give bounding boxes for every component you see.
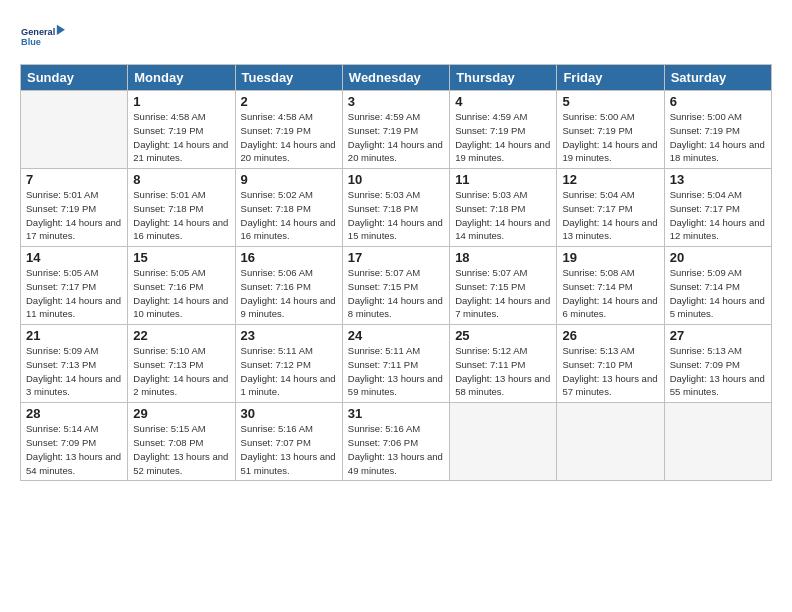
calendar-day-cell: 20Sunrise: 5:09 AMSunset: 7:14 PMDayligh… xyxy=(664,247,771,325)
day-number: 20 xyxy=(670,250,766,265)
dow-header: Monday xyxy=(128,65,235,91)
calendar-day-cell: 13Sunrise: 5:04 AMSunset: 7:17 PMDayligh… xyxy=(664,169,771,247)
day-info: Sunrise: 5:09 AMSunset: 7:13 PMDaylight:… xyxy=(26,344,122,399)
calendar-day-cell: 24Sunrise: 5:11 AMSunset: 7:11 PMDayligh… xyxy=(342,325,449,403)
day-of-week-row: SundayMondayTuesdayWednesdayThursdayFrid… xyxy=(21,65,772,91)
calendar-table: SundayMondayTuesdayWednesdayThursdayFrid… xyxy=(20,64,772,481)
calendar-day-cell: 22Sunrise: 5:10 AMSunset: 7:13 PMDayligh… xyxy=(128,325,235,403)
calendar-day-cell xyxy=(450,403,557,481)
day-number: 23 xyxy=(241,328,337,343)
calendar-day-cell: 26Sunrise: 5:13 AMSunset: 7:10 PMDayligh… xyxy=(557,325,664,403)
day-info: Sunrise: 5:11 AMSunset: 7:11 PMDaylight:… xyxy=(348,344,444,399)
calendar-day-cell: 9Sunrise: 5:02 AMSunset: 7:18 PMDaylight… xyxy=(235,169,342,247)
calendar-day-cell: 29Sunrise: 5:15 AMSunset: 7:08 PMDayligh… xyxy=(128,403,235,481)
generalblue-logo-icon: General Blue xyxy=(20,18,66,54)
calendar-day-cell: 2Sunrise: 4:58 AMSunset: 7:19 PMDaylight… xyxy=(235,91,342,169)
calendar-day-cell: 3Sunrise: 4:59 AMSunset: 7:19 PMDaylight… xyxy=(342,91,449,169)
calendar-day-cell xyxy=(21,91,128,169)
day-number: 8 xyxy=(133,172,229,187)
calendar-day-cell: 8Sunrise: 5:01 AMSunset: 7:18 PMDaylight… xyxy=(128,169,235,247)
day-number: 13 xyxy=(670,172,766,187)
day-number: 28 xyxy=(26,406,122,421)
day-number: 6 xyxy=(670,94,766,109)
calendar-day-cell: 1Sunrise: 4:58 AMSunset: 7:19 PMDaylight… xyxy=(128,91,235,169)
svg-marker-2 xyxy=(57,25,65,35)
day-info: Sunrise: 5:01 AMSunset: 7:18 PMDaylight:… xyxy=(133,188,229,243)
day-info: Sunrise: 5:04 AMSunset: 7:17 PMDaylight:… xyxy=(670,188,766,243)
day-info: Sunrise: 5:11 AMSunset: 7:12 PMDaylight:… xyxy=(241,344,337,399)
day-number: 10 xyxy=(348,172,444,187)
dow-header: Thursday xyxy=(450,65,557,91)
day-info: Sunrise: 5:14 AMSunset: 7:09 PMDaylight:… xyxy=(26,422,122,477)
calendar-day-cell: 19Sunrise: 5:08 AMSunset: 7:14 PMDayligh… xyxy=(557,247,664,325)
day-info: Sunrise: 4:58 AMSunset: 7:19 PMDaylight:… xyxy=(241,110,337,165)
day-number: 16 xyxy=(241,250,337,265)
day-info: Sunrise: 5:03 AMSunset: 7:18 PMDaylight:… xyxy=(348,188,444,243)
day-number: 31 xyxy=(348,406,444,421)
day-number: 21 xyxy=(26,328,122,343)
dow-header: Tuesday xyxy=(235,65,342,91)
day-info: Sunrise: 5:15 AMSunset: 7:08 PMDaylight:… xyxy=(133,422,229,477)
calendar-day-cell: 21Sunrise: 5:09 AMSunset: 7:13 PMDayligh… xyxy=(21,325,128,403)
calendar-day-cell: 16Sunrise: 5:06 AMSunset: 7:16 PMDayligh… xyxy=(235,247,342,325)
day-info: Sunrise: 4:59 AMSunset: 7:19 PMDaylight:… xyxy=(455,110,551,165)
day-info: Sunrise: 5:09 AMSunset: 7:14 PMDaylight:… xyxy=(670,266,766,321)
calendar-day-cell: 25Sunrise: 5:12 AMSunset: 7:11 PMDayligh… xyxy=(450,325,557,403)
calendar-week-row: 1Sunrise: 4:58 AMSunset: 7:19 PMDaylight… xyxy=(21,91,772,169)
day-info: Sunrise: 5:07 AMSunset: 7:15 PMDaylight:… xyxy=(455,266,551,321)
day-info: Sunrise: 5:00 AMSunset: 7:19 PMDaylight:… xyxy=(670,110,766,165)
calendar-week-row: 28Sunrise: 5:14 AMSunset: 7:09 PMDayligh… xyxy=(21,403,772,481)
day-number: 30 xyxy=(241,406,337,421)
day-info: Sunrise: 4:59 AMSunset: 7:19 PMDaylight:… xyxy=(348,110,444,165)
day-number: 3 xyxy=(348,94,444,109)
day-info: Sunrise: 4:58 AMSunset: 7:19 PMDaylight:… xyxy=(133,110,229,165)
calendar-week-row: 7Sunrise: 5:01 AMSunset: 7:19 PMDaylight… xyxy=(21,169,772,247)
calendar-week-row: 21Sunrise: 5:09 AMSunset: 7:13 PMDayligh… xyxy=(21,325,772,403)
day-info: Sunrise: 5:16 AMSunset: 7:06 PMDaylight:… xyxy=(348,422,444,477)
day-info: Sunrise: 5:01 AMSunset: 7:19 PMDaylight:… xyxy=(26,188,122,243)
day-number: 24 xyxy=(348,328,444,343)
svg-text:General: General xyxy=(21,27,55,37)
day-number: 14 xyxy=(26,250,122,265)
day-number: 19 xyxy=(562,250,658,265)
day-info: Sunrise: 5:06 AMSunset: 7:16 PMDaylight:… xyxy=(241,266,337,321)
day-number: 18 xyxy=(455,250,551,265)
dow-header: Wednesday xyxy=(342,65,449,91)
calendar-day-cell xyxy=(664,403,771,481)
calendar-day-cell: 27Sunrise: 5:13 AMSunset: 7:09 PMDayligh… xyxy=(664,325,771,403)
calendar-day-cell: 10Sunrise: 5:03 AMSunset: 7:18 PMDayligh… xyxy=(342,169,449,247)
day-number: 22 xyxy=(133,328,229,343)
dow-header: Saturday xyxy=(664,65,771,91)
page: General Blue SundayMondayTuesdayWednesda… xyxy=(0,0,792,612)
day-info: Sunrise: 5:08 AMSunset: 7:14 PMDaylight:… xyxy=(562,266,658,321)
day-number: 15 xyxy=(133,250,229,265)
day-info: Sunrise: 5:02 AMSunset: 7:18 PMDaylight:… xyxy=(241,188,337,243)
day-number: 7 xyxy=(26,172,122,187)
calendar-day-cell: 28Sunrise: 5:14 AMSunset: 7:09 PMDayligh… xyxy=(21,403,128,481)
calendar-day-cell: 23Sunrise: 5:11 AMSunset: 7:12 PMDayligh… xyxy=(235,325,342,403)
calendar-day-cell xyxy=(557,403,664,481)
calendar-day-cell: 30Sunrise: 5:16 AMSunset: 7:07 PMDayligh… xyxy=(235,403,342,481)
day-info: Sunrise: 5:03 AMSunset: 7:18 PMDaylight:… xyxy=(455,188,551,243)
svg-text:Blue: Blue xyxy=(21,37,41,47)
day-info: Sunrise: 5:05 AMSunset: 7:16 PMDaylight:… xyxy=(133,266,229,321)
day-info: Sunrise: 5:00 AMSunset: 7:19 PMDaylight:… xyxy=(562,110,658,165)
day-number: 25 xyxy=(455,328,551,343)
calendar-day-cell: 5Sunrise: 5:00 AMSunset: 7:19 PMDaylight… xyxy=(557,91,664,169)
calendar-day-cell: 15Sunrise: 5:05 AMSunset: 7:16 PMDayligh… xyxy=(128,247,235,325)
dow-header: Sunday xyxy=(21,65,128,91)
day-number: 2 xyxy=(241,94,337,109)
day-number: 27 xyxy=(670,328,766,343)
calendar-day-cell: 12Sunrise: 5:04 AMSunset: 7:17 PMDayligh… xyxy=(557,169,664,247)
day-info: Sunrise: 5:10 AMSunset: 7:13 PMDaylight:… xyxy=(133,344,229,399)
calendar-day-cell: 7Sunrise: 5:01 AMSunset: 7:19 PMDaylight… xyxy=(21,169,128,247)
day-info: Sunrise: 5:04 AMSunset: 7:17 PMDaylight:… xyxy=(562,188,658,243)
day-info: Sunrise: 5:05 AMSunset: 7:17 PMDaylight:… xyxy=(26,266,122,321)
logo: General Blue xyxy=(20,18,66,54)
calendar-day-cell: 4Sunrise: 4:59 AMSunset: 7:19 PMDaylight… xyxy=(450,91,557,169)
day-number: 11 xyxy=(455,172,551,187)
day-number: 12 xyxy=(562,172,658,187)
day-info: Sunrise: 5:16 AMSunset: 7:07 PMDaylight:… xyxy=(241,422,337,477)
dow-header: Friday xyxy=(557,65,664,91)
day-number: 29 xyxy=(133,406,229,421)
